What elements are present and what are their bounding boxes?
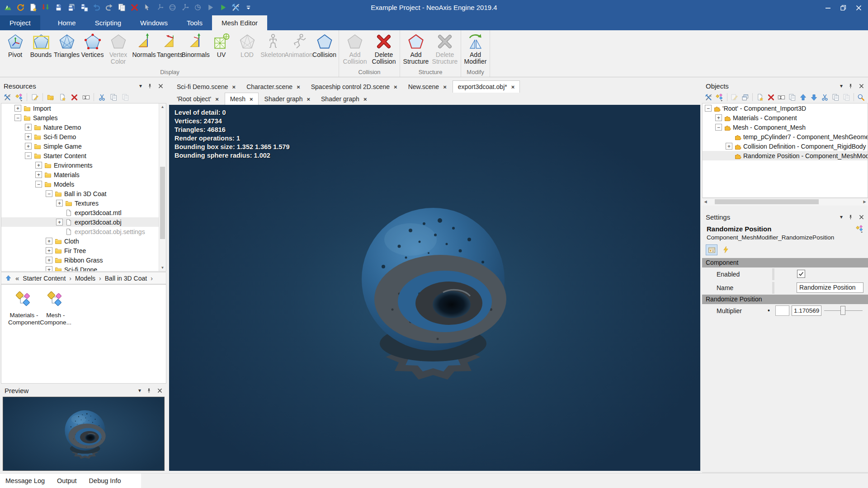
expander-minus-icon[interactable]: − <box>715 124 722 131</box>
objects-up-arrow-button[interactable] <box>799 93 807 102</box>
neoaxis-logo-icon[interactable] <box>3 2 13 13</box>
objects-windows-button[interactable] <box>741 93 750 102</box>
tab-sci-fi-demo-scene[interactable]: Sci-fi Demo.scene× <box>172 81 241 93</box>
resources-new-resource-button[interactable] <box>58 93 67 102</box>
slider-handle[interactable] <box>840 306 845 315</box>
ribbon-button-normals[interactable]: Normals <box>131 32 157 58</box>
menu-tab-scripting[interactable]: Scripting <box>85 15 131 30</box>
breadcrumb-item-ball-in-3d-coat[interactable]: Ball in 3D Coat <box>105 275 147 282</box>
resources-rename-button[interactable] <box>81 93 90 102</box>
chevron-down-icon[interactable]: ▾ <box>840 214 843 220</box>
resources-edit-button[interactable] <box>30 93 39 102</box>
objects-delete-button[interactable] <box>767 93 775 102</box>
ribbon-button-triangles[interactable]: Triangles <box>54 32 80 58</box>
pin-icon[interactable] <box>146 388 152 394</box>
ribbon-button-bounds[interactable]: Bounds <box>28 32 54 58</box>
expander-minus-icon[interactable]: − <box>35 181 42 188</box>
preview-viewport[interactable] <box>3 397 165 471</box>
close-icon[interactable] <box>859 83 864 89</box>
scroll-up-icon[interactable]: ▲ <box>159 103 166 110</box>
menu-tab-tools[interactable]: Tools <box>177 15 212 30</box>
save-as-icon[interactable] <box>79 2 89 13</box>
tab-close-icon[interactable]: × <box>443 84 447 90</box>
resources-cut-button[interactable] <box>97 93 106 102</box>
expander-plus-icon[interactable]: + <box>715 114 722 121</box>
tab-close-icon[interactable]: × <box>394 84 397 90</box>
play-disabled-icon[interactable] <box>205 2 216 13</box>
import-resource-icon[interactable] <box>41 2 51 13</box>
delete-icon[interactable] <box>129 2 140 13</box>
statusbar-tab-debug-info[interactable]: Debug Info <box>89 477 121 484</box>
expander-plus-icon[interactable]: + <box>35 162 42 169</box>
tree-item-samples[interactable]: −Samples <box>1 113 166 122</box>
resources-delete-button[interactable] <box>70 93 79 102</box>
objects-copy-button[interactable] <box>831 93 840 102</box>
tools-icon[interactable] <box>231 2 241 13</box>
redo-icon[interactable] <box>104 2 114 13</box>
statusbar-tab-message-log[interactable]: Message Log <box>5 477 45 484</box>
tree-item-fir-tree[interactable]: +Fir Tree <box>1 246 166 255</box>
tab-new-scene[interactable]: New.scene× <box>403 81 452 93</box>
tree-item-export3dcoat-obj-settings[interactable]: export3dcoat.obj.settings <box>1 227 166 236</box>
tab-character-scene[interactable]: Character.scene× <box>241 81 305 93</box>
tab-root-object[interactable]: 'Root object'× <box>172 93 224 105</box>
chevron-down-icon[interactable]: ▾ <box>840 83 843 89</box>
close-icon[interactable] <box>859 214 864 220</box>
expander-plus-icon[interactable]: + <box>25 143 32 150</box>
scrollbar-thumb[interactable] <box>160 167 165 239</box>
resource-item-mesh-compone[interactable]: Mesh - Compone... <box>38 291 73 326</box>
objects-cut-button[interactable] <box>821 93 829 102</box>
tab-close-icon[interactable]: × <box>363 96 367 103</box>
expander-minus-icon[interactable]: − <box>705 105 712 112</box>
ribbon-button-pivot[interactable]: Pivot <box>2 32 28 58</box>
tree-item-sci-fi-demo[interactable]: +Sci-fi Demo <box>1 132 166 141</box>
close-button[interactable] <box>851 0 866 15</box>
tab-export3dcoat-obj[interactable]: export3dcoat.obj*× <box>453 80 520 93</box>
tree-item-textures[interactable]: +Textures <box>1 198 166 208</box>
resources-new-folder-button[interactable] <box>46 93 55 102</box>
expander-plus-icon[interactable]: + <box>46 266 52 272</box>
ribbon-button-add-structure[interactable]: Add Structure <box>401 32 430 65</box>
tab-mesh[interactable]: Mesh× <box>225 93 259 105</box>
menu-tab-mesh-editor[interactable]: Mesh Editor <box>212 15 267 30</box>
restore-button[interactable] <box>835 0 851 15</box>
toolbar-options-icon[interactable] <box>243 2 254 13</box>
resources-component-add-button[interactable] <box>14 93 24 102</box>
resources-copy-button[interactable] <box>109 93 118 102</box>
save-icon[interactable] <box>53 2 64 13</box>
horizontal-scrollbar[interactable]: ◀ ▶ <box>702 198 868 206</box>
pin-icon[interactable] <box>848 83 854 89</box>
ribbon-button-vertices[interactable]: Vertices <box>80 32 105 58</box>
scroll-left-icon[interactable]: ◀ <box>702 198 709 205</box>
ribbon-button-delete-collision[interactable]: Delete Collision <box>369 32 398 65</box>
tree-item-simple-game[interactable]: +Simple Game <box>1 141 166 151</box>
scroll-right-icon[interactable]: ▶ <box>861 198 868 205</box>
breadcrumb-item-starter-content[interactable]: Starter Content <box>23 275 66 282</box>
ribbon-button-uv[interactable]: UV <box>208 32 234 58</box>
tree-item-root-component-import3d[interactable]: −'Root' - Component_Import3D <box>703 103 868 113</box>
tab-close-icon[interactable]: × <box>232 84 236 90</box>
expander-plus-icon[interactable]: + <box>46 257 52 263</box>
tree-item-models[interactable]: −Models <box>1 179 166 189</box>
ribbon-button-collision[interactable]: Collision <box>311 32 337 58</box>
objects-down-arrow-button[interactable] <box>810 93 818 102</box>
objects-search-button[interactable] <box>857 93 865 102</box>
rotate-tool-icon[interactable] <box>167 2 178 13</box>
expander-plus-icon[interactable]: + <box>14 105 21 112</box>
tab-close-icon[interactable]: × <box>307 96 310 103</box>
tree-item-export3dcoat-obj[interactable]: +export3dcoat.obj <box>1 217 166 227</box>
chevron-down-icon[interactable]: ▾ <box>138 388 141 393</box>
tree-item-sci-fi-drone[interactable]: +Sci-fi Drone <box>1 265 166 272</box>
tree-item-temp-pcylinder7-component-meshgeometry[interactable]: temp_pCylinder7 - Component_MeshGeometry <box>703 132 868 141</box>
menu-tab-home[interactable]: Home <box>48 15 85 30</box>
multiplier-input[interactable]: 1.170569 <box>792 305 821 316</box>
objects-copy-button[interactable] <box>788 93 797 102</box>
close-icon[interactable] <box>157 388 163 394</box>
events-lightning-icon[interactable] <box>720 244 731 254</box>
mesh-3d-model[interactable] <box>356 203 510 393</box>
play-icon[interactable] <box>218 2 228 13</box>
expander-minus-icon[interactable]: − <box>14 114 21 121</box>
enabled-checkbox[interactable] <box>797 270 805 278</box>
pin-icon[interactable] <box>147 83 153 89</box>
tree-item-ball-in-3d-coat[interactable]: −Ball in 3D Coat <box>1 189 166 198</box>
